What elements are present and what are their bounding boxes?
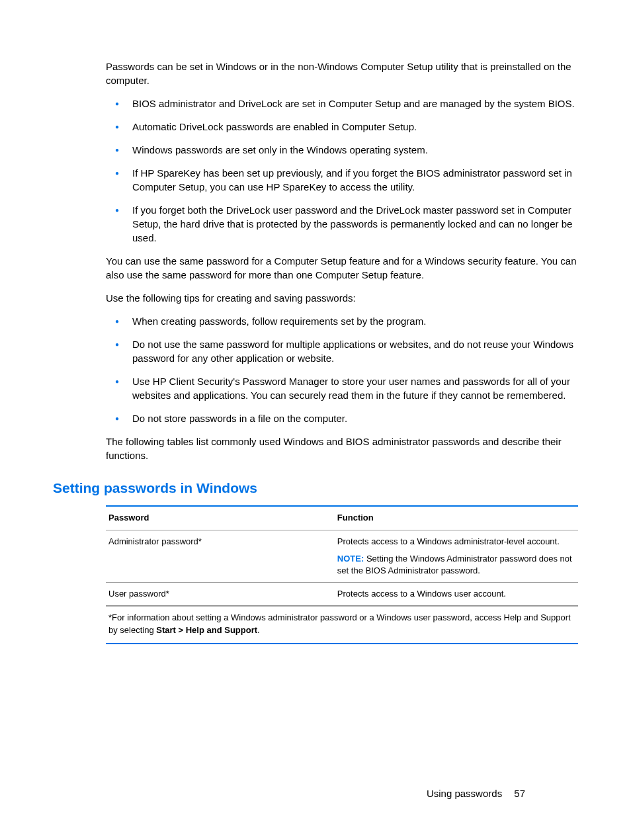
paragraph-2: You can use the same password for a Comp… bbox=[106, 254, 578, 282]
page-number: 57 bbox=[514, 788, 525, 799]
list-item: When creating passwords, follow requirem… bbox=[106, 314, 578, 328]
col-header-password: Password bbox=[106, 512, 337, 524]
col-header-function: Function bbox=[337, 512, 578, 524]
note-block: NOTE: Setting the Windows Administrator … bbox=[337, 553, 575, 577]
passwords-table: Password Function Administrator password… bbox=[106, 505, 578, 644]
table-row: User password* Protects access to a Wind… bbox=[106, 583, 578, 606]
table-row: Administrator password* Protects access … bbox=[106, 530, 578, 583]
paragraph-3: Use the following tips for creating and … bbox=[106, 291, 578, 305]
footnote-bold: Start > Help and Support bbox=[156, 625, 257, 635]
note-text: Setting the Windows Administrator passwo… bbox=[337, 554, 572, 575]
list-item: Do not use the same password for multipl… bbox=[106, 337, 578, 365]
note-label: NOTE: bbox=[337, 554, 364, 564]
paragraph-4: The following tables list commonly used … bbox=[106, 435, 578, 462]
table-footnote: *For information about setting a Windows… bbox=[106, 606, 578, 642]
footnote-text: . bbox=[257, 625, 260, 635]
list-item: BIOS administrator and DriveLock are set… bbox=[106, 97, 578, 110]
footer-label: Using passwords bbox=[427, 788, 502, 799]
list-item: Do not store passwords in a file on the … bbox=[106, 411, 578, 425]
page-footer: Using passwords 57 bbox=[427, 786, 525, 800]
list-item: Use HP Client Security's Password Manage… bbox=[106, 374, 578, 402]
list-item: Windows passwords are set only in the Wi… bbox=[106, 143, 578, 157]
list-item: If HP SpareKey has been set up previousl… bbox=[106, 166, 578, 194]
cell-function: Protects access to a Windows user accoun… bbox=[337, 588, 578, 600]
cell-text: Protects access to a Windows administrat… bbox=[337, 536, 560, 546]
section-heading: Setting passwords in Windows bbox=[53, 478, 578, 497]
bullet-list-1: BIOS administrator and DriveLock are set… bbox=[106, 97, 578, 245]
cell-password: User password* bbox=[106, 588, 337, 600]
cell-password: Administrator password* bbox=[106, 536, 337, 577]
intro-paragraph: Passwords can be set in Windows or in th… bbox=[106, 60, 578, 87]
cell-function: Protects access to a Windows administrat… bbox=[337, 536, 578, 577]
list-item: Automatic DriveLock passwords are enable… bbox=[106, 120, 578, 134]
table-header-row: Password Function bbox=[106, 507, 578, 530]
bullet-list-2: When creating passwords, follow requirem… bbox=[106, 314, 578, 425]
list-item: If you forget both the DriveLock user pa… bbox=[106, 203, 578, 245]
